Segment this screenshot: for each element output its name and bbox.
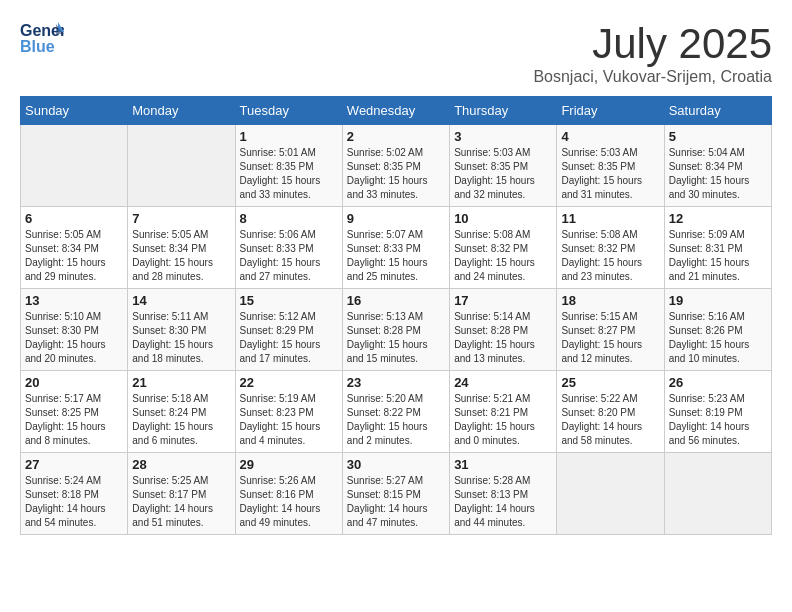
day-info: Sunrise: 5:23 AM Sunset: 8:19 PM Dayligh… [669, 392, 767, 448]
day-info: Sunrise: 5:22 AM Sunset: 8:20 PM Dayligh… [561, 392, 659, 448]
calendar-cell: 25Sunrise: 5:22 AM Sunset: 8:20 PM Dayli… [557, 371, 664, 453]
day-info: Sunrise: 5:24 AM Sunset: 8:18 PM Dayligh… [25, 474, 123, 530]
day-info: Sunrise: 5:27 AM Sunset: 8:15 PM Dayligh… [347, 474, 445, 530]
calendar-week: 6Sunrise: 5:05 AM Sunset: 8:34 PM Daylig… [21, 207, 772, 289]
day-number: 31 [454, 457, 552, 472]
calendar-cell: 6Sunrise: 5:05 AM Sunset: 8:34 PM Daylig… [21, 207, 128, 289]
day-info: Sunrise: 5:10 AM Sunset: 8:30 PM Dayligh… [25, 310, 123, 366]
calendar-cell: 26Sunrise: 5:23 AM Sunset: 8:19 PM Dayli… [664, 371, 771, 453]
day-number: 14 [132, 293, 230, 308]
calendar-cell: 18Sunrise: 5:15 AM Sunset: 8:27 PM Dayli… [557, 289, 664, 371]
day-info: Sunrise: 5:28 AM Sunset: 8:13 PM Dayligh… [454, 474, 552, 530]
calendar-cell [128, 125, 235, 207]
day-number: 13 [25, 293, 123, 308]
day-number: 7 [132, 211, 230, 226]
day-info: Sunrise: 5:03 AM Sunset: 8:35 PM Dayligh… [561, 146, 659, 202]
weekday-header: Sunday [21, 97, 128, 125]
calendar-cell: 28Sunrise: 5:25 AM Sunset: 8:17 PM Dayli… [128, 453, 235, 535]
day-info: Sunrise: 5:01 AM Sunset: 8:35 PM Dayligh… [240, 146, 338, 202]
day-number: 10 [454, 211, 552, 226]
day-info: Sunrise: 5:18 AM Sunset: 8:24 PM Dayligh… [132, 392, 230, 448]
day-info: Sunrise: 5:02 AM Sunset: 8:35 PM Dayligh… [347, 146, 445, 202]
day-number: 22 [240, 375, 338, 390]
day-number: 26 [669, 375, 767, 390]
day-number: 5 [669, 129, 767, 144]
day-info: Sunrise: 5:04 AM Sunset: 8:34 PM Dayligh… [669, 146, 767, 202]
page-header: General Blue July 2025 Bosnjaci, Vukovar… [20, 20, 772, 86]
calendar-cell: 8Sunrise: 5:06 AM Sunset: 8:33 PM Daylig… [235, 207, 342, 289]
calendar-cell [664, 453, 771, 535]
day-number: 2 [347, 129, 445, 144]
calendar-table: SundayMondayTuesdayWednesdayThursdayFrid… [20, 96, 772, 535]
calendar-cell: 14Sunrise: 5:11 AM Sunset: 8:30 PM Dayli… [128, 289, 235, 371]
calendar-cell: 4Sunrise: 5:03 AM Sunset: 8:35 PM Daylig… [557, 125, 664, 207]
calendar-header: SundayMondayTuesdayWednesdayThursdayFrid… [21, 97, 772, 125]
calendar-cell: 30Sunrise: 5:27 AM Sunset: 8:15 PM Dayli… [342, 453, 449, 535]
calendar-cell: 21Sunrise: 5:18 AM Sunset: 8:24 PM Dayli… [128, 371, 235, 453]
month-title: July 2025 [533, 20, 772, 68]
calendar-cell: 3Sunrise: 5:03 AM Sunset: 8:35 PM Daylig… [450, 125, 557, 207]
day-number: 15 [240, 293, 338, 308]
day-number: 1 [240, 129, 338, 144]
day-info: Sunrise: 5:26 AM Sunset: 8:16 PM Dayligh… [240, 474, 338, 530]
day-info: Sunrise: 5:11 AM Sunset: 8:30 PM Dayligh… [132, 310, 230, 366]
calendar-cell: 29Sunrise: 5:26 AM Sunset: 8:16 PM Dayli… [235, 453, 342, 535]
day-info: Sunrise: 5:06 AM Sunset: 8:33 PM Dayligh… [240, 228, 338, 284]
day-info: Sunrise: 5:08 AM Sunset: 8:32 PM Dayligh… [561, 228, 659, 284]
calendar-cell: 24Sunrise: 5:21 AM Sunset: 8:21 PM Dayli… [450, 371, 557, 453]
calendar-cell: 9Sunrise: 5:07 AM Sunset: 8:33 PM Daylig… [342, 207, 449, 289]
calendar-cell: 11Sunrise: 5:08 AM Sunset: 8:32 PM Dayli… [557, 207, 664, 289]
weekday-header: Tuesday [235, 97, 342, 125]
day-info: Sunrise: 5:05 AM Sunset: 8:34 PM Dayligh… [25, 228, 123, 284]
day-number: 4 [561, 129, 659, 144]
day-number: 18 [561, 293, 659, 308]
day-info: Sunrise: 5:20 AM Sunset: 8:22 PM Dayligh… [347, 392, 445, 448]
calendar-cell [21, 125, 128, 207]
day-number: 19 [669, 293, 767, 308]
weekday-header: Saturday [664, 97, 771, 125]
day-number: 24 [454, 375, 552, 390]
calendar-cell: 12Sunrise: 5:09 AM Sunset: 8:31 PM Dayli… [664, 207, 771, 289]
calendar-cell: 19Sunrise: 5:16 AM Sunset: 8:26 PM Dayli… [664, 289, 771, 371]
calendar-cell: 22Sunrise: 5:19 AM Sunset: 8:23 PM Dayli… [235, 371, 342, 453]
svg-text:Blue: Blue [20, 38, 55, 55]
logo-icon: General Blue [20, 20, 64, 56]
calendar-cell [557, 453, 664, 535]
day-number: 11 [561, 211, 659, 226]
day-number: 3 [454, 129, 552, 144]
day-number: 28 [132, 457, 230, 472]
calendar-week: 1Sunrise: 5:01 AM Sunset: 8:35 PM Daylig… [21, 125, 772, 207]
location: Bosnjaci, Vukovar-Srijem, Croatia [533, 68, 772, 86]
day-number: 17 [454, 293, 552, 308]
calendar-cell: 7Sunrise: 5:05 AM Sunset: 8:34 PM Daylig… [128, 207, 235, 289]
day-number: 20 [25, 375, 123, 390]
day-number: 16 [347, 293, 445, 308]
calendar-week: 20Sunrise: 5:17 AM Sunset: 8:25 PM Dayli… [21, 371, 772, 453]
calendar-week: 13Sunrise: 5:10 AM Sunset: 8:30 PM Dayli… [21, 289, 772, 371]
logo: General Blue [20, 20, 66, 56]
day-info: Sunrise: 5:19 AM Sunset: 8:23 PM Dayligh… [240, 392, 338, 448]
calendar-cell: 1Sunrise: 5:01 AM Sunset: 8:35 PM Daylig… [235, 125, 342, 207]
day-info: Sunrise: 5:03 AM Sunset: 8:35 PM Dayligh… [454, 146, 552, 202]
calendar-cell: 13Sunrise: 5:10 AM Sunset: 8:30 PM Dayli… [21, 289, 128, 371]
calendar-cell: 16Sunrise: 5:13 AM Sunset: 8:28 PM Dayli… [342, 289, 449, 371]
calendar-cell: 20Sunrise: 5:17 AM Sunset: 8:25 PM Dayli… [21, 371, 128, 453]
weekday-header: Monday [128, 97, 235, 125]
weekday-header: Thursday [450, 97, 557, 125]
day-info: Sunrise: 5:07 AM Sunset: 8:33 PM Dayligh… [347, 228, 445, 284]
weekday-header: Friday [557, 97, 664, 125]
calendar-cell: 17Sunrise: 5:14 AM Sunset: 8:28 PM Dayli… [450, 289, 557, 371]
day-number: 9 [347, 211, 445, 226]
calendar-cell: 27Sunrise: 5:24 AM Sunset: 8:18 PM Dayli… [21, 453, 128, 535]
day-info: Sunrise: 5:08 AM Sunset: 8:32 PM Dayligh… [454, 228, 552, 284]
day-info: Sunrise: 5:16 AM Sunset: 8:26 PM Dayligh… [669, 310, 767, 366]
calendar-cell: 23Sunrise: 5:20 AM Sunset: 8:22 PM Dayli… [342, 371, 449, 453]
title-section: July 2025 Bosnjaci, Vukovar-Srijem, Croa… [533, 20, 772, 86]
calendar-cell: 5Sunrise: 5:04 AM Sunset: 8:34 PM Daylig… [664, 125, 771, 207]
day-info: Sunrise: 5:13 AM Sunset: 8:28 PM Dayligh… [347, 310, 445, 366]
day-info: Sunrise: 5:15 AM Sunset: 8:27 PM Dayligh… [561, 310, 659, 366]
day-number: 29 [240, 457, 338, 472]
day-number: 21 [132, 375, 230, 390]
calendar-cell: 10Sunrise: 5:08 AM Sunset: 8:32 PM Dayli… [450, 207, 557, 289]
day-number: 6 [25, 211, 123, 226]
